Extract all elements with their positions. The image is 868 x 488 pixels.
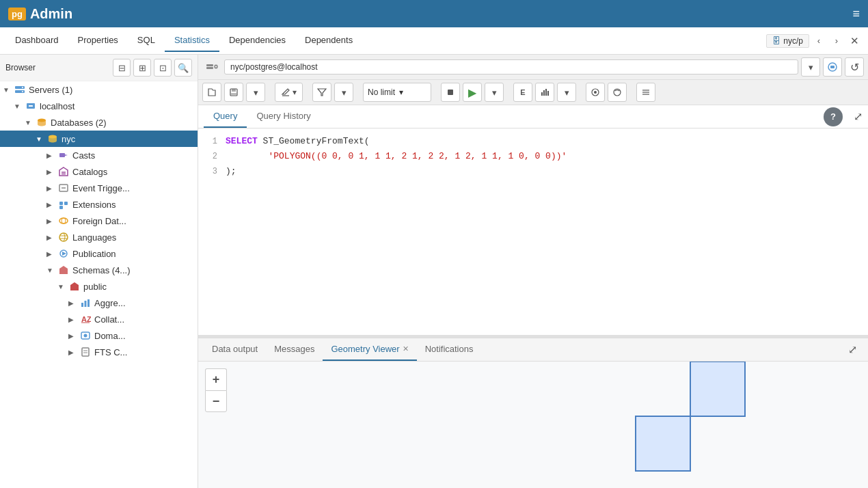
explain-dropdown[interactable]: ▾ [557,83,576,102]
tree-item-catalogs[interactable]: ▶ Catalogs [0,163,198,180]
foreign-data-icon [57,215,70,227]
svg-rect-5 [29,105,33,107]
nav-next[interactable]: › [828,33,845,49]
rollback-btn[interactable] [608,83,627,102]
tree-item-extensions[interactable]: ▶ Extensions [0,196,198,213]
zoom-out-btn[interactable]: − [205,390,227,412]
tab-properties[interactable]: Properties [68,29,128,52]
tree-item-foreign-data[interactable]: ▶ Foreign Dat... [0,213,198,229]
sidebar-tool-grid[interactable]: ⊞ [133,59,151,77]
help-btn[interactable]: ? [824,107,843,126]
sidebar-title: Browser [5,63,36,72]
chevron-schemas: ▼ [46,267,57,274]
tab-sql[interactable]: SQL [128,29,165,52]
chevron-extensions: ▶ [46,201,57,208]
svg-marker-25 [70,282,79,290]
tree-label-event-triggers: Event Trigge... [72,183,130,193]
run-dropdown[interactable]: ▾ [485,83,504,102]
stop-btn[interactable] [441,83,460,102]
tree-item-casts[interactable]: ▶ Casts [0,147,198,163]
svg-rect-51 [545,89,547,96]
expand-editor-icon[interactable]: ⤢ [848,110,868,123]
output-tab-messages[interactable]: Messages [266,338,323,361]
save-btn[interactable] [224,83,243,102]
svg-rect-14 [59,202,63,205]
code-editor[interactable]: 1 SELECT ST_GeometryFromText( 2 'POLYGON… [198,128,868,335]
tree-item-event-triggers[interactable]: ▶ Event Trigge... [0,180,198,196]
query-tab-query[interactable]: Query [204,105,247,128]
tree-item-servers[interactable]: ▼ Servers (1) [0,81,198,98]
analyze-btn[interactable] [535,83,554,102]
tab-dependencies[interactable]: Dependencies [219,29,295,52]
expand-output-icon[interactable]: ⤢ [843,343,863,356]
nav-right: 🗄 nyc/p ‹ › ✕ [766,33,863,49]
output-tab-notifications[interactable]: Notifications [417,338,482,361]
aggregates-icon [79,297,92,309]
connection-dropdown[interactable]: ▾ [801,57,820,77]
svg-point-19 [59,233,68,241]
edit-btn[interactable]: ▾ [275,83,303,102]
logo-box: pg [8,8,26,21]
tree-item-databases[interactable]: ▼ Databases (2) [0,114,198,131]
run-btn[interactable]: ▶ [463,83,482,102]
tree-item-domains[interactable]: ▶ Doma... [0,327,198,344]
query-tab-history[interactable]: Query History [247,105,320,128]
filter-btn[interactable] [312,83,331,102]
refresh-btn[interactable]: ↺ [845,57,864,77]
line-num-1: 1 [198,134,226,149]
tree-item-public[interactable]: ▼ public [0,278,198,295]
tree-item-languages[interactable]: ▶ Languages [0,229,198,245]
chevron-fts-config: ▶ [68,349,79,356]
query-output-area: Data output Messages Geometry Viewer ✕ N… [198,338,868,488]
execute-options-icon[interactable] [823,57,842,77]
no-limit-dropdown-icon: ▾ [399,87,403,97]
sidebar-tool-list[interactable]: ⊟ [113,59,131,77]
filter-dropdown[interactable]: ▾ [334,83,353,102]
no-limit-select[interactable]: No limit ▾ [363,83,431,102]
tab-dependents[interactable]: Dependents [295,29,362,52]
tree-item-publication[interactable]: ▶ Publication [0,245,198,262]
tree-item-aggregates[interactable]: ▶ Aggre... [0,295,198,311]
save-dropdown[interactable]: ▾ [246,83,265,102]
sidebar: Browser ⊟ ⊞ ⊡ 🔍 ▼ Servers (1) ▼ localhos… [0,55,198,488]
nav-close[interactable]: ✕ [846,33,863,49]
localhost-icon [25,100,37,112]
hamburger-menu[interactable]: ≡ [852,7,860,21]
geometry-viewer-close[interactable]: ✕ [403,344,409,353]
tree-label-localhost: localhost [40,101,74,111]
geo-controls: + − [205,368,227,412]
output-tab-geometry[interactable]: Geometry Viewer ✕ [323,338,416,361]
svg-rect-44 [232,89,236,92]
sidebar-tool-diagram[interactable]: ⊡ [154,59,172,77]
output-tab-data[interactable]: Data output [204,338,266,361]
tree-item-localhost[interactable]: ▼ localhost [0,98,198,114]
svg-rect-16 [59,206,63,209]
code-line-2: 2 'POLYGON((0 0, 0 1, 1 1, 2 1, 2 2, 1 2… [198,149,868,164]
tree-item-collations[interactable]: ▶ AZ Collat... [0,311,198,327]
open-file-btn[interactable] [202,83,221,102]
sidebar-search[interactable]: 🔍 [174,59,192,77]
explain-btn[interactable]: E [513,83,532,102]
macros-btn[interactable] [636,83,655,102]
tree-item-fts-config[interactable]: ▶ FTS C... [0,344,198,360]
tree-item-schemas[interactable]: ▼ Schemas (4...) [0,262,198,278]
chevron-collations: ▶ [68,316,79,323]
connection-type-icon [202,57,221,77]
languages-icon [57,231,70,243]
commit-btn[interactable] [586,83,605,102]
sidebar-tools: ⊟ ⊞ ⊡ 🔍 [113,59,192,77]
chevron-nyc: ▼ [36,135,46,143]
nav-prev[interactable]: ‹ [811,33,827,49]
line-num-2: 2 [198,149,226,164]
tab-statistics[interactable]: Statistics [165,29,219,52]
nav-path-text: nyc/p [783,36,803,46]
tree-item-nyc[interactable]: ▼ nyc [0,131,198,147]
sidebar-header: Browser ⊟ ⊞ ⊡ 🔍 [0,55,198,81]
event-triggers-icon [57,182,70,194]
zoom-in-btn[interactable]: + [205,368,227,390]
svg-marker-23 [62,252,66,256]
connection-input[interactable] [224,59,798,74]
chevron-casts: ▶ [46,152,57,159]
tab-dashboard[interactable]: Dashboard [5,29,68,52]
svg-rect-26 [81,303,83,307]
